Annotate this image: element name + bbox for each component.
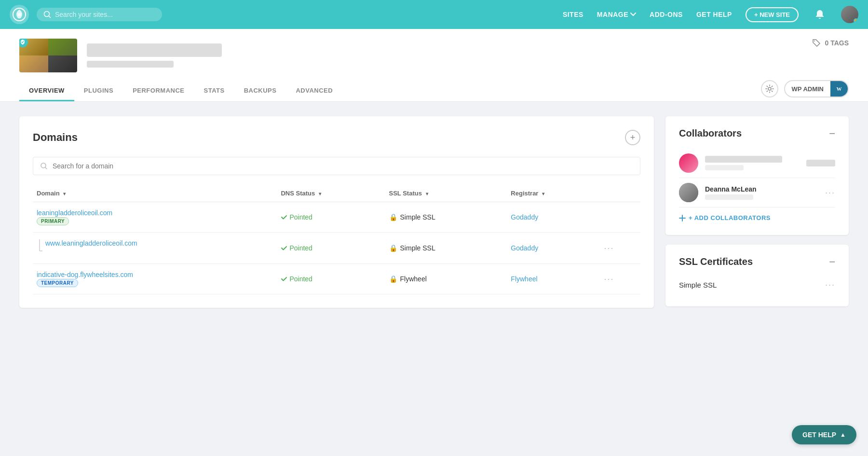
ssl-status-cell: 🔒 Simple SSL [385,233,507,264]
search-input[interactable] [55,11,151,18]
list-item: Deanna McLean ··· [679,178,835,207]
settings-button[interactable] [761,80,778,97]
row-actions-cell[interactable]: ··· [600,233,640,264]
manage-nav-link[interactable]: MANAGE [597,11,636,18]
site-url [87,61,174,68]
gethelp-nav-link[interactable]: GET HELP [696,11,732,18]
ssl-status-cell: 🔒 Flywheel [385,264,507,294]
tab-plugins[interactable]: PLUGINS [74,80,123,101]
wp-icon: W [830,81,848,97]
collaborator-role-blurred [705,194,753,200]
ssl-lock-icon: 🔒 [389,275,397,283]
tags-count: 0 TAGS [825,39,849,47]
tags-section: 0 TAGS [812,39,849,47]
primary-badge: Primary [37,217,69,225]
dns-col-header[interactable]: DNS Status ▾ [277,185,385,202]
ssl-item-more-button[interactable]: ··· [825,280,835,290]
add-domain-button[interactable]: + [625,130,640,145]
domains-table: Domain ▾ DNS Status ▾ SSL Status ▾ Reg [33,185,640,294]
svg-point-4 [768,87,771,90]
registrar-link[interactable]: Flywheel [511,275,537,283]
domain-col-header[interactable]: Domain ▾ [33,185,277,202]
domains-table-body: leaningladderoliceoil.com Primary Pointe… [33,202,640,294]
domain-search-icon [40,162,48,170]
ssl-certificates-title: SSL Certificates [679,256,753,267]
tab-overview[interactable]: OVERVIEW [19,80,74,101]
registrar-link[interactable]: Godaddy [511,213,538,221]
wp-admin-button[interactable]: WP ADMIN W [784,80,849,97]
ssl-certificates-collapse-button[interactable]: − [829,257,835,267]
site-header-left [19,39,222,72]
tab-advanced[interactable]: ADVANCED [286,80,342,101]
table-row: leaningladderoliceoil.com Primary Pointe… [33,202,640,233]
bell-icon [814,9,825,20]
user-avatar[interactable] [841,6,858,23]
check-icon [281,214,287,221]
tab-backups[interactable]: BACKUPS [234,80,286,101]
domain-search[interactable] [33,157,640,175]
svg-point-2 [44,12,50,17]
dns-status-cell: Pointed [277,202,385,233]
collaborator-action-blurred [806,160,835,166]
tab-stats[interactable]: STATS [194,80,234,101]
collaborators-collapse-button[interactable]: − [829,128,835,139]
avatar [679,183,698,202]
subdomain-icon [37,239,42,257]
row-actions-cell [600,202,640,233]
domains-table-head: Domain ▾ DNS Status ▾ SSL Status ▾ Reg [33,185,640,202]
site-info [87,43,222,68]
collaborator-role-blurred [705,165,744,170]
check-icon [281,276,287,282]
registrar-col-header[interactable]: Registrar ▾ [507,185,600,202]
ssl-status-label: 🔒 Flywheel [389,275,503,283]
notifications-bell[interactable] [812,7,827,22]
ssl-certificates-card: SSL Certificates − Simple SSL ··· [665,245,849,306]
site-name [87,43,222,57]
site-thumbnail [19,39,77,72]
list-item [679,149,835,178]
domain-search-input[interactable] [53,162,633,170]
collaborators-header: Collaborators − [679,128,835,139]
registrar-cell: Godaddy [507,202,600,233]
add-collaborators-button[interactable]: + ADD COLLABORATORS [679,207,835,223]
ssl-col-header[interactable]: SSL Status ▾ [385,185,507,202]
ssl-lock-icon: 🔒 [389,244,397,252]
row-more-button[interactable]: ··· [604,274,614,284]
plus-icon [679,215,686,221]
dns-pointed-status: Pointed [281,275,381,283]
domain-cell: leaningladderoliceoil.com Primary [33,202,277,233]
list-item: Simple SSL ··· [679,275,835,295]
dns-pointed-status: Pointed [281,244,381,252]
temporary-badge: Temporary [37,279,78,287]
registrar-cell: Godaddy [507,233,600,264]
logo[interactable] [10,5,29,24]
sites-nav-link[interactable]: SITES [563,11,583,18]
dns-status-cell: Pointed [277,264,385,294]
wp-admin-label: WP ADMIN [785,83,830,96]
row-actions-cell[interactable]: ··· [600,264,640,294]
domain-link[interactable]: leaningladderoliceoil.com [37,209,112,217]
get-help-button[interactable]: GET HELP ▲ [792,425,856,444]
collaborator-name: Deanna McLean [705,185,818,193]
svg-text:W: W [837,86,842,92]
ssl-status-cell: 🔒 Simple SSL [385,202,507,233]
collaborator-more-button[interactable]: ··· [825,188,835,198]
collaborators-card: Collaborators − Deanna McLean [665,116,849,235]
top-navigation: SITES MANAGE ADD-ONS GET HELP + NEW SITE [0,0,868,29]
domain-link[interactable]: www.leaningladderoliceoil.com [45,239,137,247]
get-help-label: GET HELP [802,431,836,439]
registrar-link[interactable]: Godaddy [511,244,538,252]
domain-link[interactable]: indicative-dog.flywheelsites.com [37,271,133,278]
svg-point-1 [18,13,21,16]
global-search[interactable] [37,8,162,21]
registrar-cell: Flywheel [507,264,600,294]
tab-performance[interactable]: PERFORMANCE [123,80,194,101]
addons-nav-link[interactable]: ADD-ONS [650,11,683,18]
domain-cell: www.leaningladderoliceoil.com [33,233,277,264]
row-more-button[interactable]: ··· [604,243,614,253]
domains-title: Domains [33,131,78,144]
search-icon [43,11,51,18]
chevron-down-icon [630,13,636,16]
new-site-button[interactable]: + NEW SITE [746,7,799,22]
domains-card: Domains + Domain ▾ [19,116,654,308]
